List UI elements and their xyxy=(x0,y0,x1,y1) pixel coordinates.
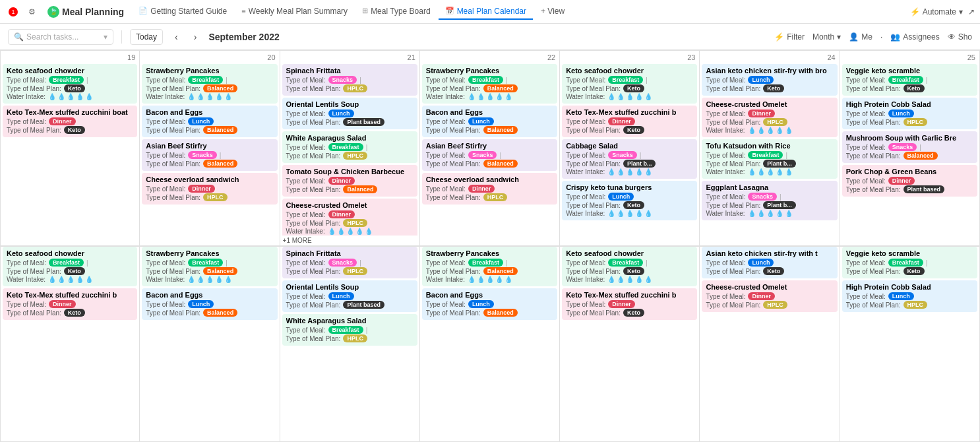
notification-icon[interactable]: 1 xyxy=(5,4,21,20)
event-meal-type-field: Type of Meal: Lunch xyxy=(706,259,833,267)
share-button[interactable]: ↗ xyxy=(968,7,975,16)
event-meal-plan-field: Type of Meal Plan: HPLC xyxy=(426,193,553,201)
event-card[interactable]: Strawberry Pancakes Type of Meal: Breakf… xyxy=(422,247,557,286)
event-card[interactable]: Cheese-crusted Omelet Type of Meal: Dinn… xyxy=(702,98,837,137)
water-drops: 💧💧💧💧💧 xyxy=(607,93,652,100)
event-meal-plan-field: Type of Meal Plan: Balanced xyxy=(146,160,273,168)
event-card[interactable]: Cabbage Salad Type of Meal: Snacks | Typ… xyxy=(562,139,697,179)
event-card[interactable]: Tomato Soup & Chicken Barbecue Type of M… xyxy=(282,165,417,197)
search-box[interactable]: 🔍 Search tasks... ▾ xyxy=(8,29,113,45)
event-card[interactable]: Keto Tex-Mex stuffed zucchini b Type of … xyxy=(3,288,137,320)
meal-plan-badge: HPLC xyxy=(903,118,928,126)
search-icon: 🔍 xyxy=(14,32,24,42)
me-filter-button[interactable]: 👤 Me xyxy=(849,32,873,42)
event-card[interactable]: Oriental Lentils Soup Type of Meal: Lunc… xyxy=(282,280,417,312)
meal-plan-badge: Plant based xyxy=(343,118,384,126)
event-card[interactable]: White Asparagus Salad Type of Meal: Brea… xyxy=(282,314,417,346)
event-card[interactable]: High Protein Cobb Salad Type of Meal: Lu… xyxy=(842,280,977,312)
event-card[interactable]: Spinach Frittata Type of Meal: Snacks | … xyxy=(282,247,417,278)
event-card[interactable]: Veggie keto scramble Type of Meal: Break… xyxy=(842,64,977,96)
event-meal-type-field: Type of Meal: Lunch xyxy=(846,292,973,300)
meal-plan-badge: Keto xyxy=(64,309,85,317)
water-drop-filled: 💧 xyxy=(757,127,765,134)
water-drop-filled: 💧 xyxy=(785,168,793,175)
event-card[interactable]: Strawberry Pancakes Type of Meal: Breakf… xyxy=(142,64,277,104)
automate-icon: ⚡ xyxy=(910,7,920,16)
top-navigation: 1 ⚙ 🍃 Meal Planning 📄 Getting Started Gu… xyxy=(0,0,980,24)
event-card[interactable]: Keto seafood chowder Type of Meal: Break… xyxy=(3,247,137,286)
event-card[interactable]: Veggie keto scramble Type of Meal: Break… xyxy=(842,247,977,278)
today-button[interactable]: Today xyxy=(130,29,163,45)
month-view-button[interactable]: Month ▾ xyxy=(812,32,841,42)
filter-button[interactable]: ⚡ Filter xyxy=(774,32,805,42)
water-drop-filled: 💧 xyxy=(67,93,75,100)
prev-month-button[interactable]: ‹ xyxy=(171,30,182,44)
water-drop-filled: 💧 xyxy=(635,210,643,217)
event-card[interactable]: Keto Tex-Mex stuffed zucchini b Type of … xyxy=(562,106,697,137)
event-card[interactable]: Cheese-crusted Omelet Type of Meal: Dinn… xyxy=(702,280,837,312)
water-drops: 💧💧💧💧💧 xyxy=(187,93,232,100)
event-card[interactable]: Cheese-crusted Omelet Type of Meal: Dinn… xyxy=(282,199,417,236)
settings-icon[interactable]: ⚙ xyxy=(24,4,40,20)
show-button[interactable]: 👁 Sho xyxy=(948,32,972,42)
search-dropdown-icon[interactable]: ▾ xyxy=(104,32,107,42)
event-card[interactable]: White Asparagus Salad Type of Meal: Brea… xyxy=(282,131,417,163)
water-intake-label: Water Intake: xyxy=(7,276,46,283)
event-card[interactable]: Keto seafood chowder Type of Meal: Break… xyxy=(562,247,697,286)
day-events: Strawberry Pancakes Type of Meal: Breakf… xyxy=(420,247,559,441)
event-card[interactable]: Cheese overload sandwich Type of Meal: D… xyxy=(422,173,557,205)
event-meal-type-label: Type of Meal: xyxy=(286,259,326,267)
water-drop-filled: 💧 xyxy=(635,168,643,175)
event-card[interactable]: Asian keto chicken stir-fry with bro Typ… xyxy=(702,64,837,96)
tab-getting-started[interactable]: 📄 Getting Started Guide xyxy=(132,4,233,20)
tab-add-view[interactable]: + View xyxy=(534,4,571,20)
event-card[interactable]: Oriental Lentils Soup Type of Meal: Lunc… xyxy=(282,98,417,129)
event-meal-type-label: Type of Meal: xyxy=(566,152,605,159)
water-drop-filled: 💧 xyxy=(607,168,615,175)
event-card[interactable]: Cheese overload sandwich Type of Meal: D… xyxy=(142,173,277,205)
event-card[interactable]: Keto Tex-Mex stuffed zucchini boat Type … xyxy=(3,106,137,137)
event-card[interactable]: Tofu Katsudon with Rice Type of Meal: Br… xyxy=(702,139,837,179)
event-card[interactable]: Eggplant Lasagna Type of Meal: Snacks | … xyxy=(702,181,837,220)
water-drop-filled: 💧 xyxy=(187,276,195,283)
event-meal-type-label: Type of Meal: xyxy=(566,301,605,308)
tab-meal-plan-calendar[interactable]: 📅 Meal Plan Calendar xyxy=(439,4,533,20)
event-card[interactable]: Keto Tex-Mex stuffed zucchini b Type of … xyxy=(562,288,697,320)
more-events-link[interactable]: +1 MORE xyxy=(280,236,419,245)
event-meal-plan-label: Type of Meal Plan: xyxy=(286,186,341,193)
event-meal-plan-label: Type of Meal Plan: xyxy=(846,85,901,92)
event-card[interactable]: Strawberry Pancakes Type of Meal: Breakf… xyxy=(422,64,557,104)
meal-plan-badge: Plant b... xyxy=(623,160,656,168)
event-card[interactable]: Asian Beef Stirfry Type of Meal: Snacks … xyxy=(422,139,557,171)
water-drop-filled: 💧 xyxy=(486,276,494,283)
water-drop-filled: 💧 xyxy=(468,276,475,283)
water-intake-label: Water Intake: xyxy=(706,168,745,175)
event-card[interactable]: Bacon and Eggs Type of Meal: Lunch Type … xyxy=(422,106,557,137)
event-card[interactable]: Asian keto chicken stir-fry with t Type … xyxy=(702,247,837,278)
water-drop-filled: 💧 xyxy=(495,93,503,100)
assignees-button[interactable]: 👥 Assignees xyxy=(890,32,939,42)
next-month-button[interactable]: › xyxy=(190,30,201,44)
event-meal-type-label: Type of Meal: xyxy=(7,301,46,308)
event-card[interactable]: Asian Beef Stirfry Type of Meal: Snacks … xyxy=(142,139,277,171)
event-title: Cheese-crusted Omelet xyxy=(706,100,833,108)
water-intake-field: Water Intake: 💧💧💧💧💧 xyxy=(706,127,833,134)
event-card[interactable]: Strawberry Pancakes Type of Meal: Breakf… xyxy=(142,247,277,286)
tab-weekly-summary[interactable]: ≡ Weekly Meal Plan Summary xyxy=(235,4,354,20)
event-card[interactable]: Keto seafood chowder Type of Meal: Break… xyxy=(562,64,697,104)
event-card[interactable]: Bacon and Eggs Type of Meal: Lunch Type … xyxy=(142,106,277,137)
meal-plan-badge: Keto xyxy=(64,126,85,134)
event-card[interactable]: Bacon and Eggs Type of Meal: Lunch Type … xyxy=(422,288,557,320)
automate-button[interactable]: ⚡ Automate ▾ xyxy=(910,7,963,16)
meal-plan-badge: Keto xyxy=(64,267,85,275)
event-card[interactable]: Keto seafood chowder Type of Meal: Break… xyxy=(3,64,137,104)
tab-meal-type-board[interactable]: ⊞ Meal Type Board xyxy=(355,4,437,20)
event-card[interactable]: Spinach Frittata Type of Meal: Snacks | … xyxy=(282,64,417,96)
event-card[interactable]: Bacon and Eggs Type of Meal: Lunch Type … xyxy=(142,288,277,320)
event-card[interactable]: Pork Chop & Green Beans Type of Meal: Di… xyxy=(842,165,977,197)
meal-plan-badge: HPLC xyxy=(203,193,228,201)
event-meal-plan-field: Type of Meal Plan: Keto xyxy=(7,126,133,134)
event-card[interactable]: High Protein Cobb Salad Type of Meal: Lu… xyxy=(842,98,977,129)
event-card[interactable]: Crispy keto tuna burgers Type of Meal: L… xyxy=(562,181,697,220)
event-card[interactable]: Mushroom Soup with Garlic Bre Type of Me… xyxy=(842,131,977,163)
